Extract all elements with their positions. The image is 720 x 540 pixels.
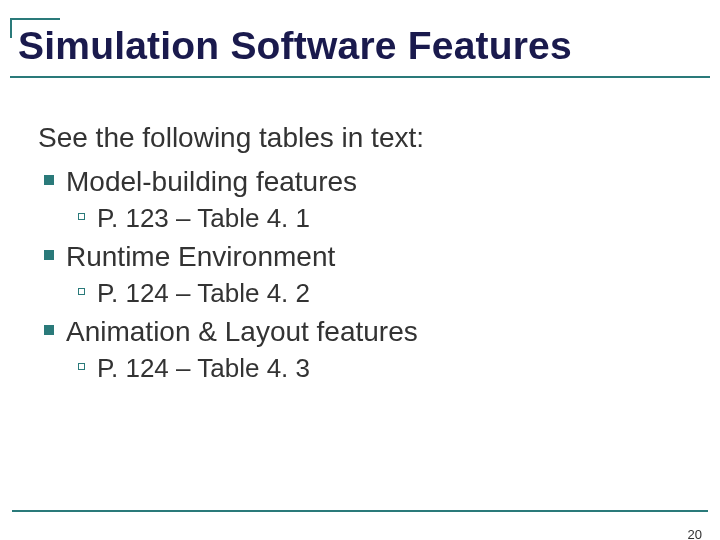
list-item-label: Runtime Environment bbox=[66, 238, 335, 276]
hollow-square-bullet-icon bbox=[78, 213, 85, 220]
square-bullet-icon bbox=[44, 175, 54, 185]
title-area: Simulation Software Features bbox=[10, 18, 710, 78]
list-subitem-label: P. 124 – Table 4. 2 bbox=[97, 276, 310, 311]
list-item: Model-building features bbox=[44, 163, 682, 201]
hollow-square-bullet-icon bbox=[78, 288, 85, 295]
list-subitem: P. 123 – Table 4. 1 bbox=[78, 201, 682, 236]
intro-text: See the following tables in text: bbox=[38, 120, 682, 155]
page-number: 20 bbox=[688, 527, 702, 540]
list-subitem-label: P. 123 – Table 4. 1 bbox=[97, 201, 310, 236]
list-subitem: P. 124 – Table 4. 3 bbox=[78, 351, 682, 386]
list-item: Animation & Layout features bbox=[44, 313, 682, 351]
list-item: Runtime Environment bbox=[44, 238, 682, 276]
square-bullet-icon bbox=[44, 325, 54, 335]
title-corner-left bbox=[10, 18, 12, 38]
list-subitem: P. 124 – Table 4. 2 bbox=[78, 276, 682, 311]
list-item-label: Model-building features bbox=[66, 163, 357, 201]
slide-body: See the following tables in text: Model-… bbox=[0, 78, 720, 386]
list-subitem-label: P. 124 – Table 4. 3 bbox=[97, 351, 310, 386]
list-item-label: Animation & Layout features bbox=[66, 313, 418, 351]
bottom-rule bbox=[12, 510, 708, 512]
slide-title: Simulation Software Features bbox=[10, 18, 710, 74]
title-underline bbox=[10, 76, 710, 78]
hollow-square-bullet-icon bbox=[78, 363, 85, 370]
square-bullet-icon bbox=[44, 250, 54, 260]
slide: Simulation Software Features See the fol… bbox=[0, 18, 720, 540]
title-corner-top bbox=[10, 18, 60, 20]
